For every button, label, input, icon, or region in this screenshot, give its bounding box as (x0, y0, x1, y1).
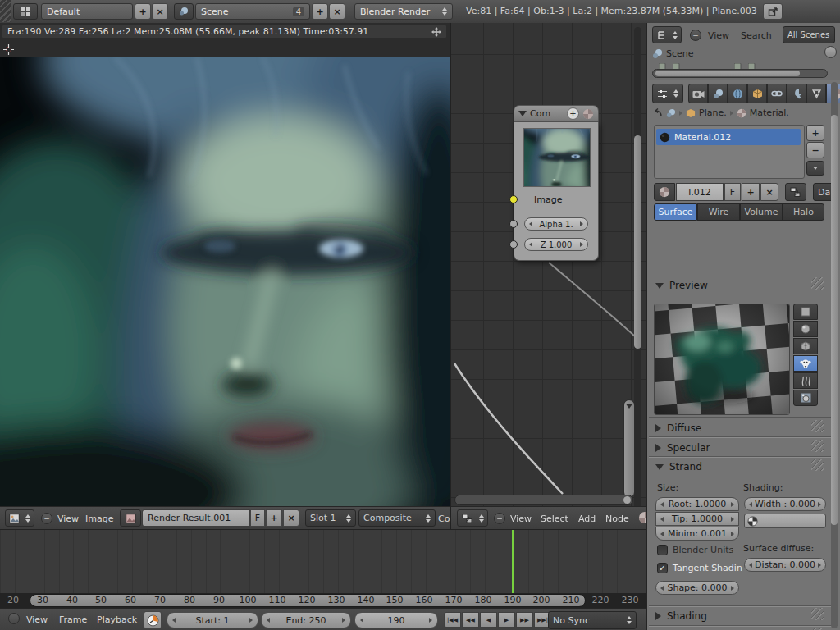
type-tab-volume[interactable]: Volume (740, 203, 783, 221)
image-name-field[interactable]: Render Result.001 (142, 509, 250, 527)
tangent-shading-checkbox[interactable]: ✓ Tangent Shadin (657, 563, 742, 573)
panel-drag-widget[interactable] (811, 440, 824, 452)
delete-layout-button[interactable]: × (152, 3, 168, 20)
node-canvas[interactable]: Com + Image Alpha 1. (451, 23, 647, 507)
previous-keyframe-button[interactable]: ◀◀ (462, 612, 479, 628)
scene-name-field[interactable]: Scene 4 (195, 3, 310, 20)
node-vscroll-thumb[interactable] (634, 135, 641, 349)
tab-object[interactable] (747, 84, 767, 103)
collapse-menus-button[interactable]: − (690, 30, 701, 41)
panel-header-preview[interactable]: Preview (655, 280, 708, 291)
jump-to-start-button[interactable]: |◀◀ (444, 612, 461, 628)
strand-root-slider[interactable]: Root: 1.0000 (655, 497, 739, 511)
panel-header-specular[interactable]: Specular (655, 442, 710, 454)
use-nodes-button[interactable] (785, 183, 806, 201)
sync-mode-select[interactable]: No Sync (548, 611, 637, 629)
panel-header-strand[interactable]: Strand (655, 461, 702, 472)
collapse-menus-button[interactable]: − (8, 613, 20, 624)
outliner-hscroll-thumb[interactable] (655, 71, 800, 76)
next-keyframe-button[interactable]: ▶▶ (516, 612, 533, 628)
material-name-field[interactable]: l.012 (676, 183, 724, 201)
fake-user-button[interactable]: F (250, 509, 265, 527)
new-image-button[interactable]: + (266, 509, 282, 527)
alpha-slider[interactable]: Alpha 1. (524, 217, 588, 231)
node-hscroll-track[interactable] (454, 495, 633, 505)
unlink-material-button[interactable]: × (760, 183, 778, 201)
material-fake-user-button[interactable]: F (724, 183, 741, 201)
socket-alpha-input[interactable] (509, 220, 518, 228)
play-button[interactable]: ▶ (498, 612, 515, 628)
scene-browse-button[interactable] (174, 3, 194, 20)
region-panel-tab[interactable] (623, 399, 635, 498)
socket-image-input[interactable] (509, 195, 518, 203)
panel-header-diffuse[interactable]: Diffuse (655, 422, 701, 434)
tab-render[interactable] (688, 84, 708, 103)
outliner-vscroll-knob[interactable] (824, 46, 837, 58)
collapse-menus-button[interactable]: − (494, 513, 505, 524)
preview-hair-button[interactable] (793, 372, 818, 389)
menu-add[interactable]: Add (578, 514, 596, 524)
strand-shape-slider[interactable]: Shape: 0.000 (655, 581, 739, 595)
panel-drag-widget[interactable] (811, 277, 824, 290)
tab-particles[interactable] (806, 84, 826, 103)
menu-view[interactable]: View (708, 30, 729, 41)
time-button[interactable] (144, 611, 162, 629)
editor-type-button-node[interactable] (457, 509, 488, 527)
material-slot-specials-button[interactable] (806, 161, 824, 176)
tab-scene[interactable] (708, 84, 728, 103)
tab-world[interactable] (728, 84, 747, 103)
remove-material-slot-button[interactable]: − (806, 142, 824, 158)
composite-node-header[interactable]: Com + (514, 105, 599, 122)
2d-cursor-icon[interactable] (3, 44, 14, 55)
menu-frame[interactable]: Frame (59, 614, 87, 625)
add-scene-button[interactable]: + (312, 3, 328, 20)
unlink-image-button[interactable]: × (283, 509, 299, 527)
tab-modifiers[interactable] (787, 84, 806, 103)
tab-constraints[interactable] (767, 84, 787, 103)
menu-select[interactable]: Select (541, 514, 568, 524)
menu-image[interactable]: Image (85, 514, 113, 524)
panel-header-shading[interactable]: Shading (655, 610, 707, 622)
strand-width-fade-slider[interactable]: Width : 0.000 (744, 497, 826, 511)
menu-playback[interactable]: Playback (97, 614, 137, 625)
menu-search[interactable]: Search (741, 30, 772, 41)
blender-units-checkbox[interactable]: Blender Units (657, 545, 733, 555)
outliner-item-scene[interactable]: Scene (652, 48, 694, 59)
window-duplicate-button[interactable] (763, 3, 783, 20)
timeline-ruler[interactable]: 20 30 40 50 60 70 80 90 100 110 120 130 … (0, 593, 646, 608)
timeline-track[interactable] (0, 530, 646, 593)
outliner-display-mode-select[interactable]: All Scenes (783, 26, 835, 43)
composite-node[interactable]: Com + Image Alpha 1. (514, 105, 599, 261)
strand-distance-slider[interactable]: Distan: 0.000 (744, 558, 826, 572)
strand-uv-map-field[interactable] (744, 514, 826, 528)
node-collapse-icon[interactable] (518, 111, 527, 116)
editor-type-button-outliner[interactable] (652, 26, 682, 43)
render-engine-select[interactable]: Blender Render (354, 3, 453, 20)
z-slider[interactable]: Z 1.000 (524, 238, 588, 251)
material-icon[interactable] (737, 108, 746, 118)
panel-drag-widget[interactable] (811, 420, 824, 432)
current-frame-field[interactable]: 190 (354, 612, 438, 628)
panel-drag-widget[interactable] (811, 459, 824, 471)
node-hscroll-knob[interactable] (623, 496, 631, 504)
image-browse-button[interactable] (120, 509, 141, 527)
node-sockets-expand-icon[interactable]: + (567, 107, 579, 120)
area-corner-widget[interactable] (0, 0, 11, 22)
preview-sphere-button[interactable] (793, 321, 818, 337)
material-slot-active[interactable]: Material.012 (656, 129, 801, 145)
delete-scene-button[interactable]: × (329, 3, 345, 20)
properties-vscroll-thumb[interactable] (831, 115, 838, 525)
frame-start-field[interactable]: Start: 1 (167, 612, 258, 628)
preview-flat-button[interactable] (793, 304, 818, 320)
frame-end-field[interactable]: End: 250 (261, 612, 351, 628)
back-arrow-icon[interactable] (652, 108, 663, 117)
render-slot-select[interactable]: Slot 1 (305, 509, 356, 527)
preview-world-sphere-button[interactable] (793, 390, 818, 406)
editor-type-button-image[interactable] (5, 509, 34, 527)
play-reverse-button[interactable]: ◀ (480, 612, 497, 628)
type-tab-wire[interactable]: Wire (697, 203, 740, 221)
render-layer-select[interactable]: Composite (358, 509, 436, 527)
menu-view[interactable]: View (57, 514, 79, 524)
editor-type-button-info[interactable] (13, 3, 38, 20)
strand-minimum-slider[interactable]: Minim: 0.001 (655, 527, 739, 541)
